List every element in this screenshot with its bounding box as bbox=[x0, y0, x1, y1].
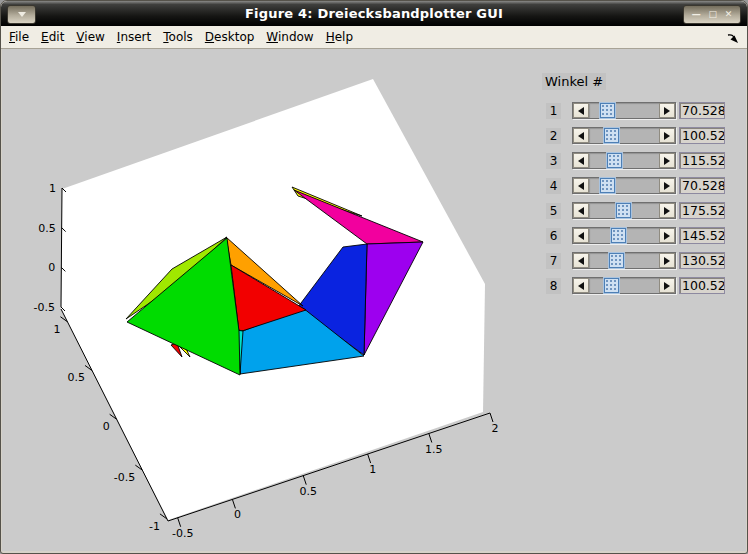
slider-8-right-arrow[interactable] bbox=[659, 278, 675, 293]
winkel-8-slider[interactable] bbox=[572, 277, 676, 294]
z-axis-tick-label: 1 bbox=[49, 182, 56, 195]
slider-4-track[interactable] bbox=[589, 178, 659, 193]
triangle-right-icon bbox=[664, 107, 670, 115]
slider-3-track[interactable] bbox=[589, 153, 659, 168]
menu-item-file[interactable]: File bbox=[9, 30, 29, 44]
triangle-right-icon bbox=[664, 257, 670, 265]
winkel-3-value[interactable]: 115.52 bbox=[679, 152, 725, 169]
x-axis-tick bbox=[490, 413, 493, 422]
slider-7-thumb[interactable] bbox=[609, 253, 624, 268]
slider-8-thumb[interactable] bbox=[604, 278, 619, 293]
triangle-left-icon bbox=[578, 182, 584, 190]
axes-3d-plot: 10.50-0.510.50-0.5-1-0.500.511.52 bbox=[2, 49, 532, 551]
z-axis-tick-label: 0.5 bbox=[38, 222, 56, 235]
slider-6-track[interactable] bbox=[589, 228, 659, 243]
winkel-3-label: 3 bbox=[546, 153, 561, 169]
winkel-2-value[interactable]: 100.52 bbox=[679, 127, 725, 144]
slider-5-right-arrow[interactable] bbox=[659, 203, 675, 218]
slider-6-right-arrow[interactable] bbox=[659, 228, 675, 243]
winkel-4-value[interactable]: 70.528 bbox=[679, 177, 725, 194]
x-axis-tick bbox=[232, 499, 235, 508]
slider-1-left-arrow[interactable] bbox=[573, 103, 589, 118]
x-axis-tick-label: 2 bbox=[492, 422, 499, 435]
winkel-5-label: 5 bbox=[546, 203, 561, 219]
winkel-heading: Winkel # bbox=[542, 73, 606, 90]
triangle-left-icon bbox=[578, 232, 584, 240]
winkel-1-slider[interactable] bbox=[572, 102, 676, 119]
triangle-right-icon bbox=[664, 232, 670, 240]
slider-3-left-arrow[interactable] bbox=[573, 153, 589, 168]
triangle-right-icon bbox=[664, 207, 670, 215]
slider-4-left-arrow[interactable] bbox=[573, 178, 589, 193]
slider-5-thumb[interactable] bbox=[616, 203, 631, 218]
slider-6-left-arrow[interactable] bbox=[573, 228, 589, 243]
dock-figure-arrow-icon[interactable] bbox=[726, 31, 739, 44]
menu-item-desktop[interactable]: Desktop bbox=[205, 30, 255, 44]
slider-7-track[interactable] bbox=[589, 253, 659, 268]
winkel-8-value[interactable]: 100.52 bbox=[679, 277, 725, 294]
triangle-left-icon bbox=[578, 107, 584, 115]
triangle-right-icon bbox=[664, 132, 670, 140]
winkel-5-value[interactable]: 175.52 bbox=[679, 202, 725, 219]
winkel-6-slider[interactable] bbox=[572, 227, 676, 244]
slider-6-thumb[interactable] bbox=[611, 228, 626, 243]
slider-2-thumb[interactable] bbox=[604, 128, 619, 143]
slider-5-track[interactable] bbox=[589, 203, 659, 218]
maximize-button[interactable]: □ bbox=[708, 6, 717, 23]
menu-item-edit[interactable]: Edit bbox=[41, 30, 64, 44]
x-axis-tick-label: -0.5 bbox=[172, 527, 193, 540]
winkel-3-slider[interactable] bbox=[572, 152, 676, 169]
slider-8-track[interactable] bbox=[589, 278, 659, 293]
menu-item-window[interactable]: Window bbox=[266, 30, 313, 44]
slider-1-thumb[interactable] bbox=[600, 103, 615, 118]
menu-bar: FileEditViewInsertToolsDesktopWindowHelp bbox=[1, 26, 747, 49]
title-bar: Figure 4: Dreiecksbandplotter GUI —□✕ bbox=[1, 1, 747, 26]
slider-7-right-arrow[interactable] bbox=[659, 253, 675, 268]
close-button[interactable]: ✕ bbox=[725, 6, 733, 23]
slider-1-right-arrow[interactable] bbox=[659, 103, 675, 118]
figure-canvas: 10.50-0.510.50-0.5-1-0.500.511.52 Winkel… bbox=[2, 49, 746, 551]
menu-item-insert[interactable]: Insert bbox=[117, 30, 151, 44]
winkel-2-label: 2 bbox=[546, 128, 561, 144]
x-axis-tick bbox=[178, 518, 181, 527]
menu-item-tools[interactable]: Tools bbox=[163, 30, 193, 44]
winkel-4-slider[interactable] bbox=[572, 177, 676, 194]
winkel-5-slider[interactable] bbox=[572, 202, 676, 219]
menu-item-help[interactable]: Help bbox=[326, 30, 353, 44]
slider-8-left-arrow[interactable] bbox=[573, 278, 589, 293]
slider-2-track[interactable] bbox=[589, 128, 659, 143]
x-axis-tick-label: 1 bbox=[369, 463, 376, 476]
triangle-left-icon bbox=[578, 157, 584, 165]
winkel-2-slider[interactable] bbox=[572, 127, 676, 144]
menu-item-view[interactable]: View bbox=[76, 30, 104, 44]
winkel-6-label: 6 bbox=[546, 228, 561, 244]
slider-1-track[interactable] bbox=[589, 103, 659, 118]
slider-3-right-arrow[interactable] bbox=[659, 153, 675, 168]
triangle-left-icon bbox=[578, 257, 584, 265]
window-title: Figure 4: Dreiecksbandplotter GUI bbox=[1, 1, 747, 26]
winkel-8-label: 8 bbox=[546, 278, 561, 294]
slider-4-thumb[interactable] bbox=[600, 178, 615, 193]
triangle-right-icon bbox=[664, 282, 670, 290]
y-axis-tick-label: 0.5 bbox=[68, 371, 86, 384]
y-axis-tick-label: 0 bbox=[103, 420, 110, 433]
slider-2-left-arrow[interactable] bbox=[573, 128, 589, 143]
slider-5-left-arrow[interactable] bbox=[573, 203, 589, 218]
slider-4-right-arrow[interactable] bbox=[659, 178, 675, 193]
winkel-7-label: 7 bbox=[546, 253, 561, 269]
figure-window: Figure 4: Dreiecksbandplotter GUI —□✕ Fi… bbox=[0, 0, 748, 554]
winkel-7-slider[interactable] bbox=[572, 252, 676, 269]
y-axis-tick-label: -1 bbox=[149, 520, 160, 533]
winkel-1-value[interactable]: 70.528 bbox=[679, 102, 725, 119]
x-axis-tick-label: 1.5 bbox=[425, 443, 443, 456]
minimize-button[interactable]: — bbox=[692, 6, 701, 23]
triangle-right-icon bbox=[664, 182, 670, 190]
winkel-7-value[interactable]: 130.52 bbox=[679, 252, 725, 269]
slider-3-thumb[interactable] bbox=[607, 153, 622, 168]
triangle-left-icon bbox=[578, 282, 584, 290]
y-axis-tick-label: 1 bbox=[53, 323, 60, 336]
x-axis-tick-label: 0 bbox=[234, 508, 241, 521]
slider-2-right-arrow[interactable] bbox=[659, 128, 675, 143]
slider-7-left-arrow[interactable] bbox=[573, 253, 589, 268]
winkel-6-value[interactable]: 145.52 bbox=[679, 227, 725, 244]
